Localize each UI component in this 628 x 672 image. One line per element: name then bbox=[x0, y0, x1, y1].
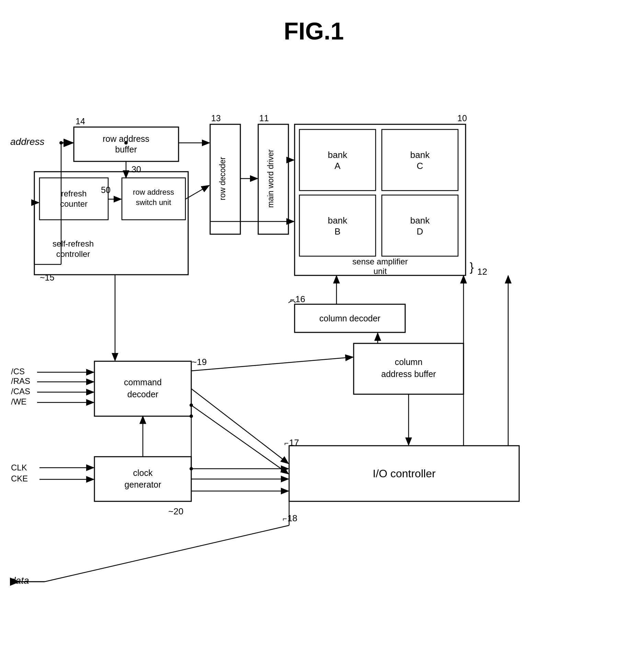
svg-text:unit: unit bbox=[371, 272, 384, 281]
svg-text:switch unit: switch unit bbox=[132, 201, 165, 209]
svg-text:I/O controller: I/O controller bbox=[375, 471, 435, 483]
svg-text:CKE: CKE bbox=[12, 476, 30, 486]
svg-text:decoder: decoder bbox=[130, 389, 159, 399]
svg-text:/RAS: /RAS bbox=[12, 376, 32, 386]
svg-text:⌐: ⌐ bbox=[288, 295, 293, 304]
svg-text:address buffer: address buffer bbox=[383, 368, 434, 378]
svg-text:buffer: buffer bbox=[114, 143, 136, 153]
svg-text:14: 14 bbox=[75, 116, 84, 126]
svg-text:30: 30 bbox=[133, 167, 142, 176]
svg-text:counter: counter bbox=[61, 201, 86, 210]
svg-text:~20: ~20 bbox=[172, 504, 185, 514]
svg-text:bank: bank bbox=[411, 150, 428, 160]
svg-rect-174 bbox=[96, 460, 192, 501]
svg-text:CLK: CLK bbox=[12, 464, 30, 474]
svg-text:10: 10 bbox=[450, 113, 459, 123]
svg-text:12: 12 bbox=[473, 265, 482, 275]
svg-text:16: 16 bbox=[293, 294, 302, 304]
svg-text:address: address bbox=[10, 135, 42, 146]
svg-text:/CAS: /CAS bbox=[12, 386, 32, 396]
svg-text:bank: bank bbox=[328, 215, 345, 225]
svg-text:/WE: /WE bbox=[12, 397, 28, 407]
svg-text:FIG.1: FIG.1 bbox=[283, 16, 345, 43]
svg-text:generator: generator bbox=[127, 481, 161, 491]
svg-text:row address: row address bbox=[104, 132, 147, 142]
svg-text:bank: bank bbox=[411, 215, 428, 225]
svg-text:~15: ~15 bbox=[38, 274, 52, 284]
svg-text:D: D bbox=[416, 227, 423, 237]
svg-text:self-refresh: self-refresh bbox=[52, 232, 92, 242]
svg-text:bank: bank bbox=[328, 150, 345, 160]
svg-rect-115 bbox=[0, 0, 628, 672]
svg-text:11: 11 bbox=[260, 113, 269, 123]
svg-text:}: } bbox=[466, 258, 472, 270]
svg-text:row address: row address bbox=[130, 191, 167, 199]
svg-text:18: 18 bbox=[291, 511, 300, 521]
svg-text:/CS: /CS bbox=[12, 366, 25, 376]
svg-text:17: 17 bbox=[293, 441, 302, 451]
svg-point-226 bbox=[58, 140, 62, 144]
svg-text:row decoder: row decoder bbox=[220, 156, 229, 197]
svg-text:clock: clock bbox=[135, 470, 154, 480]
svg-text:command: command bbox=[127, 377, 162, 387]
svg-text:B: B bbox=[333, 227, 339, 237]
svg-text:13: 13 bbox=[213, 113, 222, 123]
svg-text:50: 50 bbox=[102, 186, 111, 196]
svg-text:column: column bbox=[395, 357, 422, 367]
svg-text:main word driver: main word driver bbox=[268, 150, 277, 207]
svg-text:~19: ~19 bbox=[193, 358, 207, 368]
svg-text:A: A bbox=[333, 162, 340, 172]
svg-rect-120 bbox=[74, 126, 177, 159]
svg-text:⌐: ⌐ bbox=[288, 442, 292, 451]
svg-text:⌐: ⌐ bbox=[286, 512, 290, 520]
svg-text:sense amplifier: sense amplifier bbox=[353, 263, 403, 272]
svg-text:refresh: refresh bbox=[62, 191, 85, 200]
svg-text:column decoder: column decoder bbox=[320, 315, 377, 325]
svg-text:C: C bbox=[416, 162, 422, 172]
